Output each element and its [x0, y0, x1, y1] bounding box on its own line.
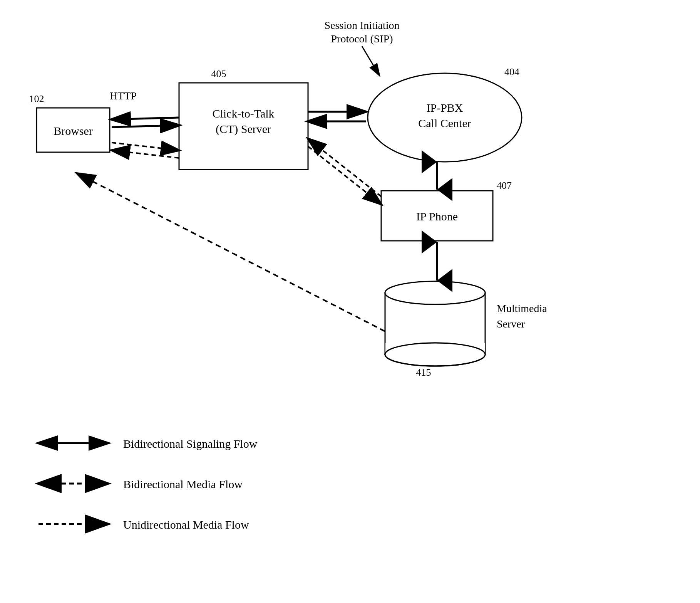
- ct-server-id: 405: [211, 68, 226, 79]
- multimedia-server-cover: [385, 343, 485, 358]
- sip-arrow: [362, 46, 379, 75]
- multimedia-server-top: [385, 281, 485, 304]
- multimedia-server-id: 415: [416, 367, 431, 378]
- browser-ct-dotted-left: [112, 150, 179, 158]
- ip-pbx-label-2: Call Center: [418, 117, 471, 129]
- browser-ct-dotted-right: [112, 143, 179, 150]
- http-label: HTTP: [110, 90, 137, 102]
- multimedia-server-label-1: Multimedia: [497, 302, 547, 314]
- browser-id: 102: [29, 93, 44, 104]
- sip-label-2: Protocol (SIP): [331, 33, 393, 45]
- ct-server-label-1: Click-to-Talk: [212, 107, 274, 120]
- ct-ipphone-dotted-left: [308, 139, 381, 197]
- ct-server-label-2: (CT) Server: [216, 123, 271, 136]
- ip-pbx-id: 404: [504, 66, 519, 77]
- ct-ipphone-dotted-right: [308, 146, 381, 204]
- legend-dotted-bi-label: Bidirectional Media Flow: [123, 478, 243, 490]
- ip-pbx-label-1: IP-PBX: [426, 101, 463, 114]
- multimedia-server-label-2: Server: [497, 318, 525, 330]
- browser-label: Browser: [54, 124, 93, 137]
- multimedia-browser-dotted: [77, 173, 385, 331]
- diagram-container: Browser 102 Click-to-Talk (CT) Server 40…: [0, 0, 700, 603]
- ip-phone-label: IP Phone: [416, 210, 458, 223]
- legend-dotted-uni-label: Unidirectional Media Flow: [123, 518, 249, 531]
- legend-solid-label: Bidirectional Signaling Flow: [123, 437, 258, 450]
- browser-ct-arrow-right: [112, 125, 179, 127]
- ip-phone-id: 407: [497, 180, 512, 191]
- sip-label-1: Session Initiation: [324, 19, 399, 31]
- browser-ct-arrow-left: [112, 118, 179, 119]
